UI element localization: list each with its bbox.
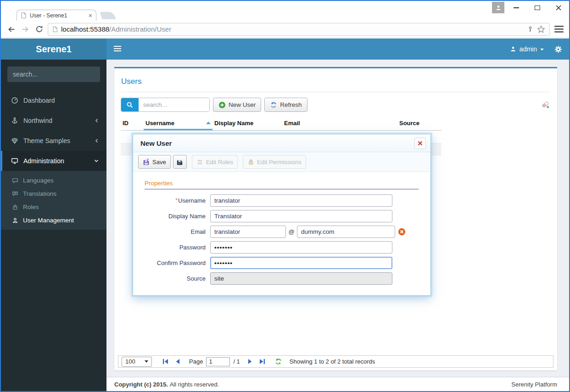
sidebar-item-user-management[interactable]: User Management: [1, 214, 106, 227]
comments-icon: [12, 191, 18, 197]
source-field[interactable]: [210, 272, 392, 285]
sidebar-item-label: Northwind: [23, 117, 52, 124]
window-maximize-button[interactable]: [527, 1, 548, 14]
back-button[interactable]: [5, 22, 18, 36]
first-page-button[interactable]: [162, 358, 170, 366]
confirm-password-label: Confirm Password: [140, 259, 210, 266]
display-name-field[interactable]: [210, 210, 392, 222]
user-menu-dropdown[interactable]: admin: [510, 45, 544, 53]
sidebar-item-label: Roles: [23, 204, 39, 210]
maximize-icon: [535, 6, 540, 10]
footer-rights: All rights reserved.: [170, 381, 219, 388]
include-deleted-toggle[interactable]: [541, 100, 550, 109]
search-icon: [126, 101, 134, 109]
chevron-down-icon: [94, 159, 99, 163]
select-caret-icon: [145, 360, 148, 363]
url-path: /Administration/User: [109, 25, 171, 33]
browser-menu-button[interactable]: [554, 24, 564, 34]
new-user-button[interactable]: New User: [213, 98, 261, 112]
sidebar-item-languages[interactable]: Languages: [1, 174, 106, 187]
url-omnibox[interactable]: localhost:55388/Administration/User: [48, 23, 550, 36]
last-page-button[interactable]: [258, 358, 267, 366]
password-label: Password: [140, 244, 210, 251]
browser-profile-button[interactable]: [492, 2, 504, 13]
footer-copyright: Copyright (c) 2015.: [114, 381, 168, 388]
email-domain-field[interactable]: [297, 226, 395, 238]
quick-search-button[interactable]: [121, 98, 139, 111]
save-button[interactable]: Save: [138, 155, 171, 169]
sidebar: Dashboard Northwind Theme Samples Admini…: [1, 60, 106, 391]
email-clear-button[interactable]: [398, 228, 406, 236]
navbar-right: admin: [510, 39, 563, 60]
refresh-icon: [274, 358, 282, 365]
username-field[interactable]: [210, 194, 392, 207]
sidebar-item-theme-samples[interactable]: Theme Samples: [1, 131, 106, 151]
sidebar-item-label: Dashboard: [23, 97, 55, 104]
user-icon: [12, 217, 18, 224]
column-header-source[interactable]: Source: [397, 118, 441, 130]
edit-roles-button[interactable]: Edit Roles: [192, 155, 238, 169]
caret-down-icon: [540, 49, 544, 50]
comment-icon: [12, 177, 18, 184]
page-number-input[interactable]: [206, 357, 230, 366]
sidebar-item-northwind[interactable]: Northwind: [1, 110, 106, 131]
grid-header-row: ID Username Display Name Email Source: [121, 118, 441, 131]
source-label: Source: [140, 275, 210, 282]
next-page-button[interactable]: [246, 358, 254, 366]
sidebar-item-translations[interactable]: Translations: [1, 187, 106, 200]
window-minimize-button[interactable]: [506, 1, 527, 14]
footer-platform: Serenity Platform: [511, 381, 557, 388]
bookmark-star-icon[interactable]: [537, 25, 545, 33]
page-size-value: 100: [125, 358, 135, 365]
lock-icon: [12, 204, 18, 210]
page-size-select[interactable]: 100: [122, 357, 152, 367]
quick-search-input[interactable]: [139, 98, 209, 111]
brand-logo[interactable]: Serene1: [1, 39, 106, 60]
sidebar-item-roles[interactable]: Roles: [1, 200, 106, 214]
browser-window: User - Serene1 × localhost:55388/Adminis…: [0, 0, 570, 392]
dialog-titlebar[interactable]: New User: [133, 134, 430, 152]
lock-icon: [247, 159, 254, 166]
sidebar-item-label: User Management: [23, 217, 74, 224]
grid-toolbar: New User Refresh: [121, 98, 551, 112]
field-row-source: Source: [140, 271, 423, 286]
next-page-icon: [246, 358, 254, 365]
eraser-icon: [541, 100, 550, 109]
sidebar-item-dashboard[interactable]: Dashboard: [1, 90, 106, 110]
field-row-username: *Username: [140, 193, 423, 208]
app-footer: Copyright (c) 2015. All rights reserved.…: [106, 377, 569, 391]
email-user-field[interactable]: [210, 226, 286, 238]
browser-tab[interactable]: User - Serene1 ×: [17, 10, 96, 21]
confirm-password-field[interactable]: [210, 257, 392, 269]
edit-permissions-button[interactable]: Edit Permissions: [243, 155, 306, 169]
save-and-close-button[interactable]: [173, 155, 187, 169]
pager-refresh-button[interactable]: [274, 358, 283, 366]
field-row-confirm-password: Confirm Password: [140, 255, 423, 271]
column-header-display-name[interactable]: Display Name: [212, 118, 282, 130]
new-tab-button[interactable]: [100, 12, 116, 19]
diamond-icon: [11, 137, 18, 144]
new-user-label: New User: [229, 101, 256, 108]
field-row-display-name: Display Name: [140, 208, 423, 224]
column-header-email[interactable]: Email: [282, 118, 397, 130]
url-host: localhost:55388: [61, 25, 109, 33]
sidebar-search-input[interactable]: [13, 71, 96, 78]
sidebar-item-label: Languages: [23, 177, 54, 184]
key-icon[interactable]: [527, 26, 534, 33]
sidebar-item-administration[interactable]: Administration: [1, 151, 106, 171]
forward-button[interactable]: [18, 22, 32, 36]
previous-page-button[interactable]: [174, 358, 182, 366]
required-asterisk: *: [175, 197, 178, 204]
password-field[interactable]: [210, 241, 392, 254]
dialog-close-button[interactable]: [414, 138, 426, 149]
window-close-button[interactable]: [548, 1, 569, 14]
chevron-left-icon: [95, 138, 99, 144]
reload-button[interactable]: [32, 22, 46, 36]
settings-gears-icon[interactable]: [554, 45, 563, 53]
refresh-button[interactable]: Refresh: [264, 98, 307, 112]
column-header-username[interactable]: Username: [144, 118, 212, 130]
sidebar-toggle-button[interactable]: [114, 46, 121, 53]
tab-title: User - Serene1: [30, 12, 85, 19]
tab-close-icon[interactable]: ×: [89, 12, 92, 19]
column-header-id[interactable]: ID: [121, 118, 144, 130]
